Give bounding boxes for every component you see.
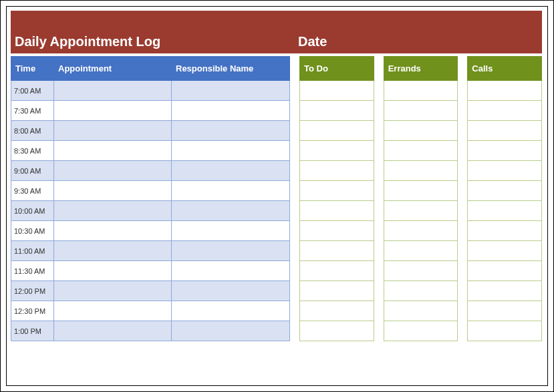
- responsible-cell[interactable]: [172, 221, 290, 241]
- todo-cell[interactable]: [300, 141, 374, 161]
- calls-cell[interactable]: [468, 301, 542, 321]
- appointment-cell[interactable]: [54, 161, 172, 181]
- errands-cell[interactable]: [384, 321, 458, 341]
- errands-cell[interactable]: [384, 81, 458, 101]
- time-cell[interactable]: 12:00 PM: [11, 281, 54, 301]
- appointments-header-row: Time Appointment Responsible Name: [11, 57, 290, 81]
- time-cell[interactable]: 12:30 PM: [11, 301, 54, 321]
- list-item: [300, 161, 374, 181]
- errands-cell[interactable]: [384, 261, 458, 281]
- responsible-cell[interactable]: [172, 81, 290, 101]
- errands-cell[interactable]: [384, 141, 458, 161]
- todo-cell[interactable]: [300, 101, 374, 121]
- appointment-cell[interactable]: [54, 241, 172, 261]
- todo-cell[interactable]: [300, 201, 374, 221]
- calls-cell[interactable]: [468, 121, 542, 141]
- calls-cell[interactable]: [468, 201, 542, 221]
- responsible-cell[interactable]: [172, 281, 290, 301]
- calls-cell[interactable]: [468, 241, 542, 261]
- responsible-cell[interactable]: [172, 261, 290, 281]
- time-cell[interactable]: 8:30 AM: [11, 141, 54, 161]
- appointment-cell[interactable]: [54, 281, 172, 301]
- appointment-cell[interactable]: [54, 81, 172, 101]
- list-item: [300, 121, 374, 141]
- todo-cell[interactable]: [300, 261, 374, 281]
- time-cell[interactable]: 8:00 AM: [11, 121, 54, 141]
- list-item: [300, 81, 374, 101]
- errands-column: Errands: [384, 56, 458, 341]
- document-inner-frame: Daily Appointment Log Date Time Appointm…: [6, 6, 548, 386]
- calls-cell[interactable]: [468, 221, 542, 241]
- time-cell[interactable]: 1:00 PM: [11, 321, 54, 341]
- responsible-cell[interactable]: [172, 121, 290, 141]
- calls-cell[interactable]: [468, 141, 542, 161]
- table-row: 7:30 AM: [11, 101, 290, 121]
- table-row: 12:00 PM: [11, 281, 290, 301]
- calls-cell[interactable]: [468, 261, 542, 281]
- errands-cell[interactable]: [384, 301, 458, 321]
- responsible-cell[interactable]: [172, 141, 290, 161]
- appointment-cell[interactable]: [54, 141, 172, 161]
- table-row: 8:00 AM: [11, 121, 290, 141]
- errands-cell[interactable]: [384, 201, 458, 221]
- header-title-right: Date: [290, 34, 542, 53]
- todo-cell[interactable]: [300, 181, 374, 201]
- todo-cell[interactable]: [300, 121, 374, 141]
- col-header-time: Time: [11, 57, 54, 81]
- list-item: [468, 121, 542, 141]
- list-item: [468, 101, 542, 121]
- list-item: [384, 181, 458, 201]
- appointment-cell[interactable]: [54, 201, 172, 221]
- todo-cell[interactable]: [300, 281, 374, 301]
- responsible-cell[interactable]: [172, 321, 290, 341]
- time-cell[interactable]: 11:30 AM: [11, 261, 54, 281]
- errands-cell[interactable]: [384, 101, 458, 121]
- time-cell[interactable]: 9:00 AM: [11, 161, 54, 181]
- todo-cell[interactable]: [300, 241, 374, 261]
- appointment-cell[interactable]: [54, 221, 172, 241]
- responsible-cell[interactable]: [172, 301, 290, 321]
- calls-cell[interactable]: [468, 101, 542, 121]
- appointment-cell[interactable]: [54, 101, 172, 121]
- time-cell[interactable]: 7:00 AM: [11, 81, 54, 101]
- responsible-cell[interactable]: [172, 241, 290, 261]
- appointment-cell[interactable]: [54, 261, 172, 281]
- header-title-left: Daily Appointment Log: [11, 34, 290, 53]
- calls-cell[interactable]: [468, 321, 542, 341]
- time-cell[interactable]: 9:30 AM: [11, 181, 54, 201]
- appointment-cell[interactable]: [54, 301, 172, 321]
- calls-cell[interactable]: [468, 281, 542, 301]
- time-cell[interactable]: 10:30 AM: [11, 221, 54, 241]
- time-cell[interactable]: 7:30 AM: [11, 101, 54, 121]
- list-item: [468, 301, 542, 321]
- list-item: [384, 121, 458, 141]
- appointment-cell[interactable]: [54, 321, 172, 341]
- calls-cell[interactable]: [468, 81, 542, 101]
- todo-cell[interactable]: [300, 81, 374, 101]
- responsible-cell[interactable]: [172, 201, 290, 221]
- errands-cell[interactable]: [384, 181, 458, 201]
- time-cell[interactable]: 10:00 AM: [11, 201, 54, 221]
- errands-cell[interactable]: [384, 241, 458, 261]
- appointment-cell[interactable]: [54, 121, 172, 141]
- todo-cell[interactable]: [300, 321, 374, 341]
- responsible-cell[interactable]: [172, 181, 290, 201]
- responsible-cell[interactable]: [172, 161, 290, 181]
- list-item: [300, 221, 374, 241]
- todo-cell[interactable]: [300, 221, 374, 241]
- table-row: 9:00 AM: [11, 161, 290, 181]
- errands-cell[interactable]: [384, 281, 458, 301]
- time-cell[interactable]: 11:00 AM: [11, 241, 54, 261]
- calls-cell[interactable]: [468, 181, 542, 201]
- responsible-cell[interactable]: [172, 101, 290, 121]
- errands-cell[interactable]: [384, 161, 458, 181]
- errands-cell[interactable]: [384, 221, 458, 241]
- calls-cell[interactable]: [468, 161, 542, 181]
- todo-cell[interactable]: [300, 161, 374, 181]
- list-item: [300, 181, 374, 201]
- list-item: [468, 281, 542, 301]
- errands-cell[interactable]: [384, 121, 458, 141]
- appointment-cell[interactable]: [54, 181, 172, 201]
- list-item: [384, 281, 458, 301]
- todo-cell[interactable]: [300, 301, 374, 321]
